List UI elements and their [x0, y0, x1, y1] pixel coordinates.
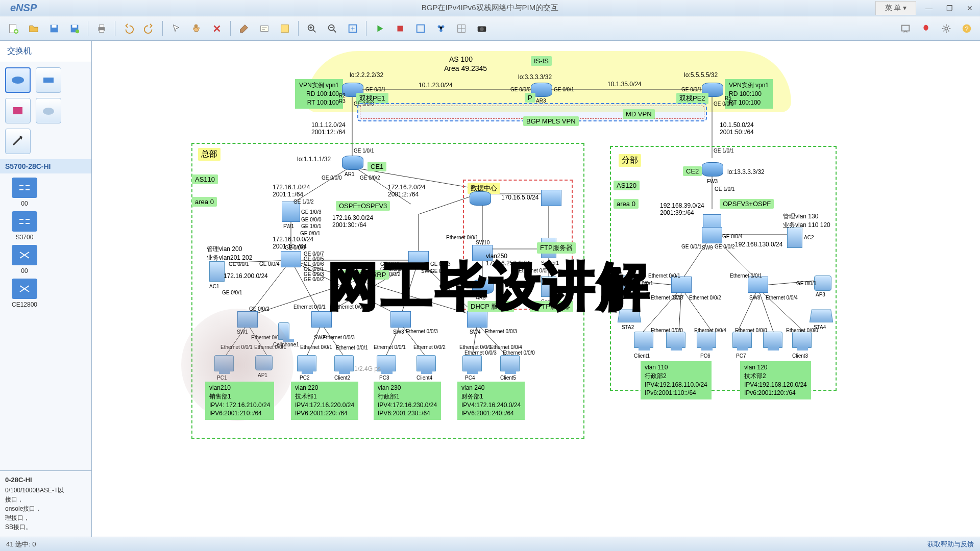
feedback-button[interactable]: [896, 19, 915, 38]
minimize-button[interactable]: —: [919, 1, 939, 15]
open-button[interactable]: [24, 19, 43, 38]
svg-rect-5: [72, 24, 77, 28]
router-ar9[interactable]: [472, 280, 494, 294]
capture-button[interactable]: [411, 19, 430, 38]
switch-sw8[interactable]: [748, 277, 768, 293]
print-button[interactable]: [92, 19, 111, 38]
device-item[interactable]: S3700: [4, 211, 45, 241]
ftp-tag: FTP服务器: [537, 242, 576, 254]
pe1-vpn-info: VPN实例 vpn1 RD 100:100 RT 100:100: [295, 79, 343, 109]
redo-button[interactable]: [140, 19, 158, 38]
as100-label: AS 100: [449, 55, 473, 63]
topology-canvas[interactable]: AS 100 Area 49.2345 IS-IS VPN实例 vpn1 RD …: [92, 41, 980, 537]
client4[interactable]: [416, 355, 436, 371]
pc-extra[interactable]: [666, 332, 685, 348]
close-button[interactable]: ✕: [960, 1, 980, 15]
device-item[interactable]: 00: [4, 245, 45, 274]
pc-extra2[interactable]: [763, 332, 782, 348]
router-ce1[interactable]: [342, 156, 363, 170]
pe2-name: 双栈PE2: [676, 93, 708, 104]
pointer-button[interactable]: [167, 19, 185, 38]
zoom-out-button[interactable]: [323, 19, 341, 38]
hq-as: AS110: [192, 174, 218, 184]
maximize-button[interactable]: ❐: [939, 1, 960, 15]
sta4[interactable]: [810, 309, 834, 322]
help-link[interactable]: 获取帮助与反馈: [927, 540, 974, 549]
text-button[interactable]: [255, 19, 274, 38]
category-link[interactable]: [5, 129, 31, 154]
http-tag: HTTP服务器: [530, 301, 573, 312]
save-button[interactable]: [45, 19, 63, 38]
bgp-vpn-tag: BGP MPLS VPN: [523, 116, 579, 126]
client3[interactable]: [792, 332, 812, 348]
ce1-loopback: lo:1.1.1.1/32: [297, 156, 331, 163]
category-cloud[interactable]: [36, 98, 61, 123]
category-switch[interactable]: [36, 67, 61, 93]
client5[interactable]: [500, 355, 520, 371]
fit-button[interactable]: [344, 19, 362, 38]
start-button[interactable]: [371, 19, 389, 38]
client2[interactable]: [334, 355, 354, 371]
ac1-net: 172.16.200.0/24: [224, 272, 268, 280]
vlan220-info: vlan 220 技术部1 IPV4:172.16.220.0/24 IPV6:…: [291, 382, 358, 420]
ap2[interactable]: [618, 276, 635, 291]
switch-dc1[interactable]: [541, 190, 561, 206]
vlan210-info: vlan210 销售部1 IPV4: 172.16.210.0/24 IPV6:…: [205, 382, 274, 420]
screenshot-button[interactable]: [473, 19, 491, 38]
pc7[interactable]: [732, 332, 752, 348]
switch-sw2[interactable]: [311, 311, 332, 328]
sta2[interactable]: [618, 309, 642, 322]
save-as-button[interactable]: [65, 19, 84, 38]
client1[interactable]: [634, 332, 653, 348]
svg-rect-3: [52, 24, 56, 28]
pe1-loopback: lo:2.2.2.2/32: [350, 71, 383, 79]
settings-button[interactable]: [937, 19, 955, 38]
md-vpn-tag: MD VPN: [623, 109, 655, 119]
svg-point-27: [12, 77, 24, 84]
note-button[interactable]: [276, 19, 294, 38]
export-button[interactable]: [432, 19, 450, 38]
zoom-in-button[interactable]: [303, 19, 321, 38]
branch-net39: 192.168.39.0/24 2001:39::/64: [660, 202, 704, 216]
switch-sw6[interactable]: [408, 251, 429, 267]
switch-sw4[interactable]: [467, 311, 487, 328]
main-area: 交换机 S5700-28C-HI 00 S3700 00 CE12800 0-2…: [0, 41, 980, 537]
pe1-sub: R2 R3: [339, 93, 346, 104]
pc4[interactable]: [462, 355, 482, 371]
switch-sw5[interactable]: [281, 251, 301, 267]
server2[interactable]: [541, 277, 556, 297]
new-button[interactable]: [4, 19, 22, 38]
router-ce2[interactable]: [702, 162, 723, 177]
titlebar: eNSP BGP在IPv4IPv6双栈网络中与PIM的交互 菜 单 ▾ — ❐ …: [0, 0, 980, 16]
switch-sw9[interactable]: [702, 227, 722, 243]
device-ac1[interactable]: [209, 261, 225, 282]
help-button[interactable]: ?: [958, 19, 976, 38]
pc2[interactable]: [297, 355, 316, 371]
category-wlan[interactable]: [5, 98, 31, 123]
router-dc1[interactable]: [470, 191, 491, 206]
huawei-icon[interactable]: [917, 19, 935, 38]
ap3[interactable]: [814, 276, 831, 291]
broom-button[interactable]: [235, 19, 253, 38]
svg-point-22: [480, 27, 483, 31]
device-list: S5700-28C-HI 00 S3700 00 CE12800: [0, 159, 91, 470]
menu-button[interactable]: 菜 单 ▾: [875, 1, 916, 15]
sidebar-tab-devices[interactable]: 交换机: [0, 41, 91, 62]
device-item[interactable]: CE12800: [4, 279, 45, 308]
category-router[interactable]: [5, 67, 31, 93]
pc6[interactable]: [697, 332, 716, 348]
hand-button[interactable]: [187, 19, 206, 38]
firewall-fw1[interactable]: [282, 202, 300, 222]
switch-sw7[interactable]: [671, 277, 692, 293]
pe1-ce1-net: 10.1.12.0/24 2001:12::/64: [311, 121, 346, 136]
device-item[interactable]: 00: [4, 178, 45, 207]
delete-button[interactable]: [208, 19, 226, 38]
undo-button[interactable]: [119, 19, 138, 38]
hq-area: area 0: [192, 197, 217, 207]
stop-button[interactable]: [391, 19, 409, 38]
device-category-palette: [0, 62, 91, 159]
grid-button[interactable]: [452, 19, 471, 38]
hq-ospf-tag: OSPF+OSPFV3: [336, 201, 390, 211]
switch-sw3[interactable]: [390, 311, 411, 328]
device-ac2[interactable]: [787, 228, 802, 248]
